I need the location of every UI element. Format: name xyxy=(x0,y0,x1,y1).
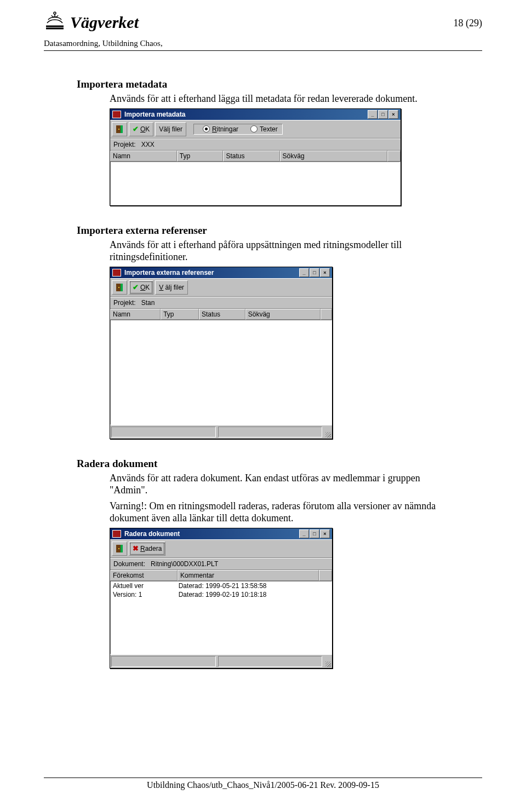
radio-icon xyxy=(203,125,210,133)
col-spacer xyxy=(387,151,401,162)
ok-button[interactable]: ✔ OK xyxy=(129,122,153,136)
svg-rect-5 xyxy=(121,284,123,291)
col-forekomst[interactable]: Förekomst xyxy=(110,570,178,581)
section-title: Radera dokument xyxy=(77,458,482,470)
status-cell xyxy=(218,656,323,667)
col-spacer xyxy=(321,309,332,320)
app-icon xyxy=(112,269,121,277)
status-cell xyxy=(218,427,323,437)
col-namn[interactable]: Namn xyxy=(110,151,177,162)
header-rule xyxy=(44,50,482,51)
footer-text: Utbildning Chaos/utb_Chaos_Nivå1/2005-06… xyxy=(44,780,482,790)
crown-icon xyxy=(44,11,66,33)
check-icon: ✔ xyxy=(133,125,139,133)
table-row[interactable]: Aktuell ver Daterad: 1999-05-21 13:58:58 xyxy=(111,581,331,590)
app-icon xyxy=(112,530,121,538)
titlebar[interactable]: Importera metadata _ □ × xyxy=(110,109,401,120)
list-area[interactable] xyxy=(110,320,332,425)
status-cell xyxy=(111,427,216,437)
exit-button[interactable] xyxy=(112,542,127,556)
importera-metadata-window: Importera metadata _ □ × ✔ OK Välj filer xyxy=(110,108,401,206)
section-body: Används för att radera dokument. Kan end… xyxy=(110,472,460,497)
exit-button[interactable] xyxy=(112,122,127,136)
section-body: Används för att i efterhand påföra uppsä… xyxy=(110,239,460,263)
close-button[interactable]: × xyxy=(320,529,330,538)
section-body: Varning!: Om en ritningsmodell raderas, … xyxy=(110,500,460,525)
svg-point-6 xyxy=(118,287,119,288)
radio-icon xyxy=(250,125,258,133)
app-icon xyxy=(112,111,121,118)
window-title: Importera metadata xyxy=(124,111,185,118)
svg-point-3 xyxy=(118,129,119,130)
maximize-button[interactable]: □ xyxy=(378,110,388,119)
valj-filer-button[interactable]: Välj filer xyxy=(155,122,186,136)
logo-text: Vägverket xyxy=(70,13,139,32)
col-typ[interactable]: Typ xyxy=(161,309,199,320)
titlebar[interactable]: Radera dokument _ □ × xyxy=(110,528,332,539)
section-title: Importera metadata xyxy=(77,78,482,90)
exit-button[interactable] xyxy=(112,280,127,295)
ok-button[interactable]: ✔ OK xyxy=(129,280,153,295)
importera-externa-referenser-window: Importera externa referenser _ □ × ✔ OK … xyxy=(110,267,333,439)
logo: Vägverket xyxy=(44,11,139,33)
status-cell xyxy=(111,656,216,667)
col-namn[interactable]: Namn xyxy=(110,309,161,320)
ritningar-radio[interactable]: Ritningar xyxy=(203,125,238,133)
svg-point-0 xyxy=(54,12,56,14)
window-title: Importera externa referenser xyxy=(124,269,214,277)
col-status[interactable]: Status xyxy=(199,309,245,320)
col-sokvag[interactable]: Sökväg xyxy=(245,309,321,320)
delete-icon: ✖ xyxy=(133,544,139,552)
close-button[interactable]: × xyxy=(320,268,330,277)
close-button[interactable]: × xyxy=(388,110,398,119)
footer-rule xyxy=(44,778,482,778)
resize-grip-icon[interactable] xyxy=(323,655,332,668)
col-kommentar[interactable]: Kommentar xyxy=(178,570,319,581)
radera-dokument-window: Radera dokument _ □ × ✖ Radera Dokument: xyxy=(110,528,333,669)
minimize-button[interactable]: _ xyxy=(299,268,309,277)
project-label: Projekt: xyxy=(113,299,136,307)
project-label: Projekt: xyxy=(113,141,136,148)
radera-button[interactable]: ✖ Radera xyxy=(129,542,165,556)
project-value: Stan xyxy=(141,299,155,307)
svg-rect-8 xyxy=(121,545,123,552)
svg-point-9 xyxy=(118,548,119,549)
window-title: Radera dokument xyxy=(124,530,180,538)
svg-rect-2 xyxy=(121,125,123,133)
document-value: Ritning\000DXX01.PLT xyxy=(151,560,218,568)
check-icon: ✔ xyxy=(133,283,139,291)
minimize-button[interactable]: _ xyxy=(299,529,309,538)
texter-radio[interactable]: Texter xyxy=(250,125,278,133)
table-row[interactable]: Version: 1 Daterad: 1999-02-19 10:18:18 xyxy=(111,590,331,599)
document-label: Dokument: xyxy=(113,560,145,568)
page-number: 18 (29) xyxy=(454,11,483,29)
maximize-button[interactable]: □ xyxy=(310,268,319,277)
valj-filer-button[interactable]: Välj filer xyxy=(155,280,188,295)
resize-grip-icon[interactable] xyxy=(323,425,332,439)
list-area[interactable] xyxy=(110,162,401,205)
titlebar[interactable]: Importera externa referenser _ □ × xyxy=(110,267,332,278)
project-value: XXX xyxy=(141,141,155,148)
minimize-button[interactable]: _ xyxy=(368,110,378,119)
col-spacer xyxy=(319,570,332,581)
sub-header: Datasamordning, Utbildning Chaos, xyxy=(44,39,482,48)
section-title: Importera externa referenser xyxy=(77,224,482,237)
col-status[interactable]: Status xyxy=(223,151,279,162)
col-sokvag[interactable]: Sökväg xyxy=(280,151,387,162)
col-typ[interactable]: Typ xyxy=(177,151,224,162)
section-body: Används för att i efterhand lägga till m… xyxy=(110,93,460,105)
maximize-button[interactable]: □ xyxy=(310,529,319,538)
